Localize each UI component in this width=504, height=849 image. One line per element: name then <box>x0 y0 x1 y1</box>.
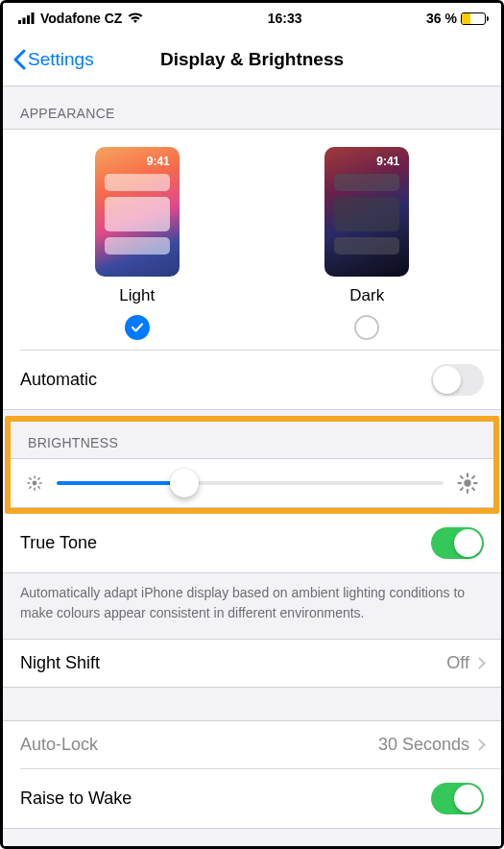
svg-rect-2 <box>27 15 30 24</box>
svg-line-21 <box>472 476 474 478</box>
chevron-right-icon <box>473 657 486 669</box>
raise-to-wake-label: Raise to Wake <box>20 788 132 809</box>
appearance-option-light[interactable]: 9:41 Light <box>95 147 180 340</box>
svg-rect-1 <box>23 18 26 25</box>
light-radio[interactable] <box>125 315 150 340</box>
status-time: 16:33 <box>268 11 302 26</box>
brightness-high-icon <box>457 473 478 494</box>
light-preview: 9:41 <box>95 147 180 277</box>
true-tone-label: True Tone <box>20 533 97 553</box>
svg-rect-3 <box>32 12 35 24</box>
svg-line-19 <box>472 488 474 490</box>
svg-line-18 <box>461 476 463 478</box>
battery-percent: 36 % <box>426 11 457 26</box>
svg-line-12 <box>38 478 39 479</box>
true-tone-row: True Tone <box>3 514 501 572</box>
brightness-slider-thumb[interactable] <box>170 469 199 497</box>
dark-radio[interactable] <box>354 315 379 340</box>
wifi-icon <box>128 12 143 24</box>
chevron-right-icon <box>473 739 486 751</box>
brightness-section-header: BRIGHTNESS <box>11 422 493 458</box>
appearance-option-dark[interactable]: 9:41 Dark <box>324 147 409 340</box>
svg-line-10 <box>38 487 39 488</box>
svg-line-20 <box>461 488 463 490</box>
chevron-left-icon <box>12 49 26 70</box>
dark-preview: 9:41 <box>324 147 409 277</box>
night-shift-label: Night Shift <box>20 653 100 673</box>
back-button[interactable]: Settings <box>3 49 94 70</box>
cellular-signal-icon <box>18 12 35 24</box>
auto-lock-label: Auto-Lock <box>20 735 98 755</box>
svg-line-9 <box>30 478 31 479</box>
battery-icon <box>461 12 486 25</box>
auto-lock-row[interactable]: Auto-Lock 30 Seconds <box>3 721 501 768</box>
dark-label: Dark <box>349 286 384 305</box>
raise-to-wake-toggle[interactable] <box>431 783 484 814</box>
brightness-low-icon <box>26 474 43 492</box>
brightness-slider[interactable] <box>57 481 444 485</box>
brightness-slider-row <box>11 458 493 508</box>
true-tone-toggle[interactable] <box>431 527 484 559</box>
night-shift-value: Off <box>446 653 469 673</box>
true-tone-footer: Automatically adapt iPhone display based… <box>3 573 501 639</box>
light-label: Light <box>119 286 155 305</box>
svg-point-13 <box>464 479 470 486</box>
automatic-toggle[interactable] <box>431 364 484 396</box>
raise-to-wake-row: Raise to Wake <box>3 769 501 828</box>
automatic-row: Automatic <box>3 351 501 409</box>
brightness-highlight: BRIGHTNESS <box>5 416 499 514</box>
auto-lock-value: 30 Seconds <box>378 735 469 755</box>
svg-point-4 <box>33 481 37 486</box>
automatic-label: Automatic <box>20 370 97 390</box>
night-shift-row[interactable]: Night Shift Off <box>3 640 501 687</box>
appearance-section-header: APPEARANCE <box>3 86 501 129</box>
svg-rect-0 <box>18 20 21 24</box>
carrier-label: Vodafone CZ <box>40 11 122 26</box>
svg-line-11 <box>30 487 31 488</box>
back-label: Settings <box>28 49 94 70</box>
